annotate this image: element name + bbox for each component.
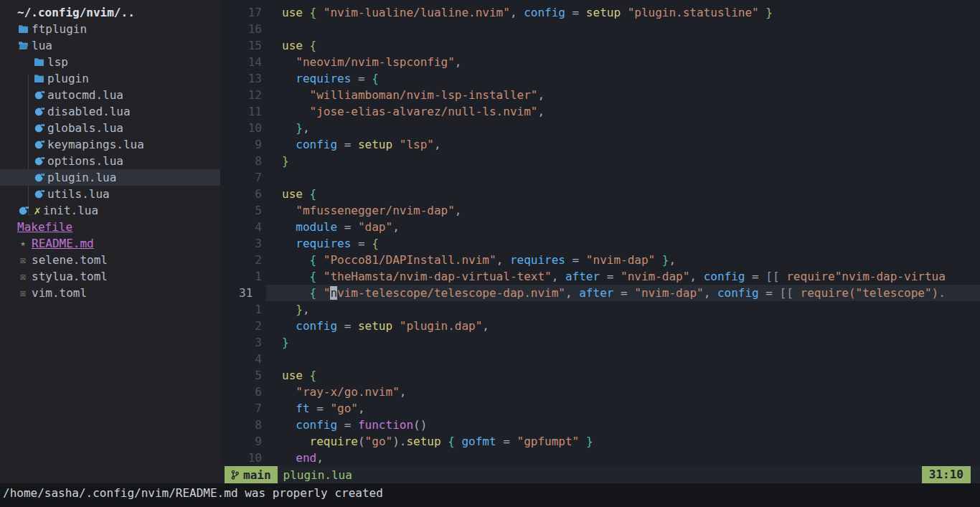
tree-item-Makefile[interactable]: Makefile xyxy=(0,219,220,235)
line-text: requires = { xyxy=(282,70,379,87)
file-name: Makefile xyxy=(17,219,72,235)
line-text: config = setup "plugin.dap", xyxy=(282,318,489,334)
line-text: "neovim/nvim-lspconfig", xyxy=(282,54,461,70)
code-line[interactable]: 3 requires = { xyxy=(220,235,980,252)
code-line[interactable]: 4 xyxy=(220,351,980,367)
file-explorer-panel: ~/.config/nvim/.. ftpluginlualsppluginau… xyxy=(0,0,220,483)
line-number: 6 xyxy=(220,384,262,400)
code-line[interactable]: 8} xyxy=(220,153,980,169)
tree-item-init-lua[interactable]: ✗init.lua xyxy=(0,202,220,219)
lua-file-icon xyxy=(33,90,44,100)
code-line[interactable]: 5 "mfussenegger/nvim-dap", xyxy=(220,202,980,219)
line-number: 13 xyxy=(220,70,262,87)
line-number: 5 xyxy=(220,202,262,219)
folder-closed-icon xyxy=(18,24,29,34)
file-name: lua xyxy=(32,37,52,54)
line-text: end, xyxy=(282,450,324,466)
code-line[interactable]: 7 xyxy=(220,169,980,186)
folder-closed-icon xyxy=(34,74,44,83)
code-line[interactable]: 17use { "nvim-lualine/lualine.nvim", con… xyxy=(220,4,980,21)
line-text: use { xyxy=(282,367,316,384)
file-name: plugin.lua xyxy=(47,169,116,186)
code-line[interactable]: 13 requires = { xyxy=(220,70,980,87)
lua-file-icon xyxy=(33,189,44,199)
code-line[interactable]: 6 "ray-x/go.nvim", xyxy=(220,384,980,400)
line-number: 6 xyxy=(220,186,262,202)
line-number: 9 xyxy=(220,433,262,450)
tree-item-selene-toml[interactable]: ☒selene.toml xyxy=(0,252,220,268)
file-name: ftplugin xyxy=(32,21,87,37)
line-text: }, xyxy=(282,301,310,318)
code-line[interactable]: 3} xyxy=(220,334,980,351)
code-line[interactable]: 2 config = setup "plugin.dap", xyxy=(220,318,980,334)
code-line[interactable]: 4 module = "dap", xyxy=(220,219,980,235)
line-text: config = function() xyxy=(282,417,427,433)
folder-closed-icon xyxy=(33,57,44,67)
tree-item-plugin-lua[interactable]: plugin.lua xyxy=(0,169,220,186)
lua-file-icon xyxy=(17,206,29,215)
command-message-line: /home/sasha/.config/nvim/README.md was p… xyxy=(0,483,980,507)
code-line-current[interactable]: 31 { "nvim-telescope/telescope-dap.nvim"… xyxy=(220,285,980,301)
line-text: use { xyxy=(282,186,316,202)
statusline-filename: plugin.lua xyxy=(283,467,352,483)
tree-item-lsp[interactable]: lsp xyxy=(0,54,220,70)
tree-item-plugin[interactable]: plugin xyxy=(0,70,220,87)
line-number: 1 xyxy=(220,268,262,285)
lua-file-icon xyxy=(34,90,44,100)
file-name: disabled.lua xyxy=(47,103,131,120)
lua-file-icon xyxy=(33,140,44,149)
lua-file-icon xyxy=(33,156,44,166)
line-number: 16 xyxy=(220,21,262,37)
tree-item-disabled-lua[interactable]: disabled.lua xyxy=(0,103,220,120)
lua-file-icon xyxy=(34,107,44,116)
line-text: use { xyxy=(282,37,316,54)
git-branch-badge: main xyxy=(225,466,278,483)
code-line[interactable]: 9 config = setup "lsp", xyxy=(220,136,980,153)
tree-item-globals-lua[interactable]: globals.lua xyxy=(0,120,220,136)
line-number: 17 xyxy=(220,4,262,21)
code-line[interactable]: 6use { xyxy=(220,186,980,202)
file-name: vim.toml xyxy=(32,285,87,301)
git-unstaged-icon: ✗ xyxy=(32,202,43,219)
code-line[interactable]: 2 { "Pocco81/DAPInstall.nvim", requires … xyxy=(220,252,980,268)
tree-item-autocmd-lua[interactable]: autocmd.lua xyxy=(0,87,220,103)
file-name: selene.toml xyxy=(32,252,108,268)
tree-item-utils-lua[interactable]: utils.lua xyxy=(0,186,220,202)
line-text: } xyxy=(282,153,289,169)
line-number: 8 xyxy=(220,153,262,169)
folder-open-icon xyxy=(17,41,29,50)
code-line[interactable]: 10 end, xyxy=(220,450,980,466)
line-text: require("go").setup { gofmt = "gpfumpt" … xyxy=(282,433,593,450)
code-line[interactable]: 11 "jose-elias-alvarez/null-ls.nvim", xyxy=(220,103,980,120)
code-line[interactable]: 8 config = function() xyxy=(220,417,980,433)
code-line[interactable]: 12 "williamboman/nvim-lsp-installer", xyxy=(220,87,980,103)
line-number: 7 xyxy=(220,400,262,417)
file-name: lsp xyxy=(47,54,68,70)
code-line[interactable]: 15use { xyxy=(220,37,980,54)
tree-item-options-lua[interactable]: options.lua xyxy=(0,153,220,169)
tree-item-README-md[interactable]: ★README.md xyxy=(0,235,220,252)
code-line[interactable]: 7 ft = "go", xyxy=(220,400,980,417)
code-line[interactable]: 1 { "theHamsta/nvim-dap-virtual-text", a… xyxy=(220,268,980,285)
editor-buffer[interactable]: 17use { "nvim-lualine/lualine.nvim", con… xyxy=(220,0,980,466)
file-name: options.lua xyxy=(47,153,123,169)
lua-file-icon xyxy=(33,123,44,133)
code-line[interactable]: 14 "neovim/nvim-lspconfig", xyxy=(220,54,980,70)
folder-closed-icon xyxy=(33,74,44,83)
line-text: requires = { xyxy=(282,235,379,252)
lua-file-icon xyxy=(34,156,44,166)
line-text: { "nvim-telescope/telescope-dap.nvim", a… xyxy=(282,285,946,301)
code-line[interactable]: 5use { xyxy=(220,367,980,384)
tree-item-ftplugin[interactable]: ftplugin xyxy=(0,21,220,37)
code-line[interactable]: 10 }, xyxy=(220,120,980,136)
file-name: autocmd.lua xyxy=(47,87,123,103)
tree-item-keymapings-lua[interactable]: keymapings.lua xyxy=(0,136,220,153)
code-line[interactable]: 1 }, xyxy=(220,301,980,318)
code-line[interactable]: 9 require("go").setup { gofmt = "gpfumpt… xyxy=(220,433,980,450)
cursor-block: n xyxy=(330,286,337,300)
tree-item-lua[interactable]: lua xyxy=(0,37,220,54)
tree-item-vim-toml[interactable]: ☒vim.toml xyxy=(0,285,220,301)
tree-item-stylua-toml[interactable]: ☒stylua.toml xyxy=(0,268,220,285)
line-text: { "Pocco81/DAPInstall.nvim", requires = … xyxy=(282,252,676,268)
code-line[interactable]: 16 xyxy=(220,21,980,37)
